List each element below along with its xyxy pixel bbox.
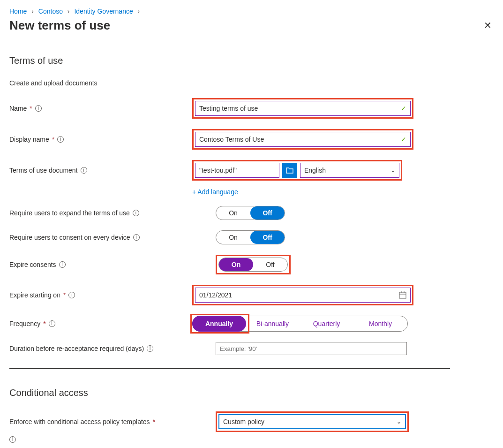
required-indicator: * <box>30 105 32 112</box>
label-require-consent: Require users to consent on every device <box>9 234 130 241</box>
info-icon[interactable]: i <box>133 234 140 241</box>
breadcrumb-home[interactable]: Home <box>9 8 27 15</box>
info-icon[interactable]: i <box>9 436 16 443</box>
label-enforce-ca: Enforce with conditional access policy t… <box>9 418 150 425</box>
close-icon[interactable]: ✕ <box>482 18 494 33</box>
info-icon[interactable]: i <box>133 210 139 216</box>
label-display-name: Display name <box>9 136 49 143</box>
frequency-annually[interactable]: Annually <box>192 316 246 332</box>
toggle-on[interactable]: On <box>216 231 250 244</box>
language-value: English <box>304 167 326 174</box>
label-frequency: Frequency <box>9 320 40 327</box>
require-expand-toggle[interactable]: On Off <box>216 206 285 220</box>
info-icon[interactable]: i <box>147 345 153 352</box>
toggle-off[interactable]: Off <box>250 231 285 244</box>
required-indicator: * <box>153 418 155 425</box>
info-icon[interactable]: i <box>59 261 66 268</box>
frequency-quarterly[interactable]: Quarterly <box>300 316 353 331</box>
expire-consents-toggle[interactable]: On Off <box>218 258 288 272</box>
info-icon[interactable]: i <box>49 320 55 327</box>
language-select[interactable]: English ⌄ <box>300 163 399 178</box>
breadcrumb-contoso[interactable]: Contoso <box>38 8 63 15</box>
divider <box>9 368 450 369</box>
svg-rect-0 <box>399 292 406 298</box>
expire-date-input[interactable]: 01/12/2021 <box>195 288 411 303</box>
required-indicator: * <box>52 136 54 143</box>
required-indicator: * <box>43 320 45 327</box>
ca-template-select[interactable]: Custom policy ⌄ <box>218 414 406 429</box>
browse-file-button[interactable] <box>282 163 297 178</box>
label-expire-starting: Expire starting on <box>9 291 60 299</box>
name-value: Testing terms of use <box>199 105 258 112</box>
document-file-value: "test-tou.pdf" <box>199 167 237 174</box>
expire-date-value: 01/12/2021 <box>199 291 232 299</box>
chevron-down-icon: ⌄ <box>397 418 401 425</box>
frequency-monthly[interactable]: Monthly <box>353 316 407 331</box>
frequency-group: Annually Bi-annually Quarterly Monthly <box>192 316 408 332</box>
toggle-on[interactable]: On <box>219 258 253 271</box>
name-input[interactable]: Testing terms of use ✓ <box>195 101 411 116</box>
toggle-off[interactable]: Off <box>250 206 285 220</box>
check-icon: ✓ <box>401 136 406 143</box>
label-name: Name <box>9 105 27 112</box>
breadcrumb-sep: › <box>138 8 140 15</box>
breadcrumb: Home › Contoso › Identity Governance › <box>9 8 494 15</box>
calendar-icon[interactable] <box>399 291 406 299</box>
document-file-input[interactable]: "test-tou.pdf" <box>195 163 279 178</box>
require-consent-toggle[interactable]: On Off <box>216 230 285 244</box>
section-conditional-access: Conditional access <box>9 387 494 398</box>
info-icon[interactable]: i <box>81 167 87 174</box>
ca-template-value: Custom policy <box>223 418 264 425</box>
subhead-create-upload: Create and upload documents <box>9 79 494 87</box>
duration-input[interactable] <box>216 342 407 355</box>
folder-icon <box>286 167 293 174</box>
info-icon[interactable]: i <box>35 105 42 112</box>
label-tou-document: Terms of use document <box>9 167 78 174</box>
toggle-on[interactable]: On <box>216 206 250 220</box>
check-icon: ✓ <box>401 105 406 112</box>
required-indicator: * <box>63 291 66 299</box>
label-expire-consents: Expire consents <box>9 261 56 268</box>
info-icon[interactable]: i <box>68 292 75 298</box>
chevron-down-icon: ⌄ <box>390 167 395 174</box>
breadcrumb-sep: › <box>31 8 34 15</box>
add-language-link[interactable]: + Add language <box>192 188 494 196</box>
breadcrumb-identity-governance[interactable]: Identity Governance <box>74 8 133 15</box>
toggle-off[interactable]: Off <box>253 258 287 271</box>
page-title: New terms of use <box>9 18 110 33</box>
info-icon[interactable]: i <box>57 136 64 143</box>
display-name-input[interactable]: Contoso Terms of Use ✓ <box>195 132 411 147</box>
frequency-biannually[interactable]: Bi-annually <box>246 316 300 331</box>
label-require-expand: Require users to expand the terms of use <box>9 209 130 217</box>
section-terms-of-use: Terms of use <box>9 55 494 66</box>
label-duration: Duration before re-acceptance required (… <box>9 345 144 352</box>
display-name-value: Contoso Terms of Use <box>199 136 264 143</box>
breadcrumb-sep: › <box>68 8 70 15</box>
